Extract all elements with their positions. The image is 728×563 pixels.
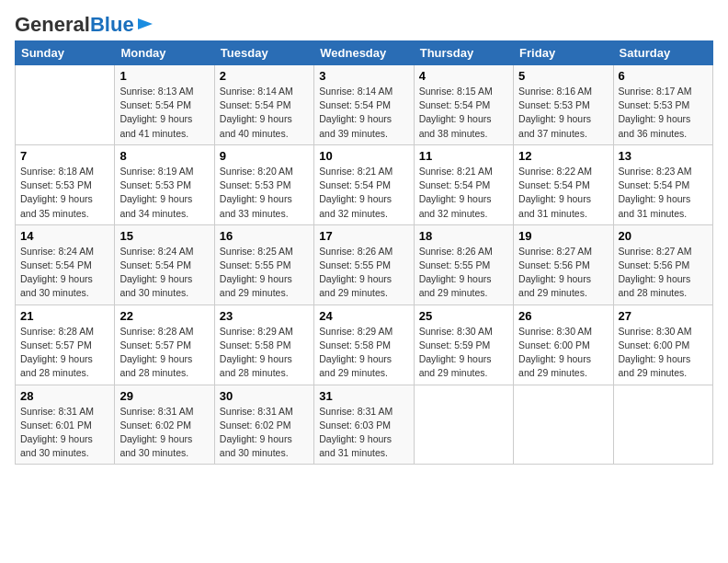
day-number: 17 bbox=[319, 229, 408, 243]
day-info: Sunrise: 8:26 AMSunset: 5:55 PMDaylight:… bbox=[419, 245, 508, 301]
day-number: 14 bbox=[20, 229, 109, 243]
day-info: Sunrise: 8:30 AMSunset: 5:59 PMDaylight:… bbox=[419, 325, 508, 381]
day-info: Sunrise: 8:24 AMSunset: 5:54 PMDaylight:… bbox=[20, 245, 109, 301]
calendar-cell: 27Sunrise: 8:30 AMSunset: 6:00 PMDayligh… bbox=[613, 304, 712, 385]
week-row-1: 1Sunrise: 8:13 AMSunset: 5:54 PMDaylight… bbox=[16, 65, 713, 145]
calendar-cell: 18Sunrise: 8:26 AMSunset: 5:55 PMDayligh… bbox=[414, 224, 513, 304]
day-number: 3 bbox=[319, 69, 408, 83]
calendar-cell: 6Sunrise: 8:17 AMSunset: 5:53 PMDaylight… bbox=[613, 65, 712, 145]
calendar-cell: 12Sunrise: 8:22 AMSunset: 5:54 PMDayligh… bbox=[514, 144, 613, 224]
weekday-header-saturday: Saturday bbox=[613, 41, 712, 65]
weekday-header-monday: Monday bbox=[115, 41, 214, 65]
day-number: 21 bbox=[20, 309, 109, 323]
calendar-cell: 28Sunrise: 8:31 AMSunset: 6:01 PMDayligh… bbox=[16, 385, 115, 465]
day-number: 27 bbox=[619, 309, 708, 323]
calendar-cell: 7Sunrise: 8:18 AMSunset: 5:53 PMDaylight… bbox=[16, 144, 115, 224]
day-number: 25 bbox=[419, 309, 508, 323]
day-info: Sunrise: 8:30 AMSunset: 6:00 PMDaylight:… bbox=[619, 325, 708, 381]
day-info: Sunrise: 8:28 AMSunset: 5:57 PMDaylight:… bbox=[20, 325, 109, 381]
calendar-cell: 21Sunrise: 8:28 AMSunset: 5:57 PMDayligh… bbox=[16, 304, 115, 385]
day-info: Sunrise: 8:25 AMSunset: 5:55 PMDaylight:… bbox=[220, 245, 309, 301]
day-number: 4 bbox=[419, 69, 508, 83]
calendar-cell: 3Sunrise: 8:14 AMSunset: 5:54 PMDaylight… bbox=[314, 65, 414, 145]
day-info: Sunrise: 8:18 AMSunset: 5:53 PMDaylight:… bbox=[20, 165, 109, 221]
calendar-cell: 22Sunrise: 8:28 AMSunset: 5:57 PMDayligh… bbox=[115, 304, 214, 385]
week-row-4: 21Sunrise: 8:28 AMSunset: 5:57 PMDayligh… bbox=[16, 304, 713, 385]
day-info: Sunrise: 8:22 AMSunset: 5:54 PMDaylight:… bbox=[518, 165, 608, 221]
svg-marker-0 bbox=[138, 18, 153, 29]
week-row-3: 14Sunrise: 8:24 AMSunset: 5:54 PMDayligh… bbox=[16, 224, 713, 304]
calendar-cell bbox=[613, 385, 712, 465]
calendar-table: SundayMondayTuesdayWednesdayThursdayFrid… bbox=[15, 40, 713, 465]
day-info: Sunrise: 8:17 AMSunset: 5:53 PMDaylight:… bbox=[619, 85, 708, 141]
calendar-cell: 29Sunrise: 8:31 AMSunset: 6:02 PMDayligh… bbox=[115, 385, 214, 465]
calendar-cell: 4Sunrise: 8:15 AMSunset: 5:54 PMDaylight… bbox=[414, 65, 513, 145]
day-number: 15 bbox=[119, 229, 209, 243]
week-row-2: 7Sunrise: 8:18 AMSunset: 5:53 PMDaylight… bbox=[16, 144, 713, 224]
day-info: Sunrise: 8:27 AMSunset: 5:56 PMDaylight:… bbox=[619, 245, 708, 301]
weekday-header-sunday: Sunday bbox=[16, 41, 115, 65]
calendar-cell: 31Sunrise: 8:31 AMSunset: 6:03 PMDayligh… bbox=[314, 385, 414, 465]
day-number: 10 bbox=[319, 149, 408, 163]
day-info: Sunrise: 8:31 AMSunset: 6:02 PMDaylight:… bbox=[220, 405, 309, 461]
logo-arrow-icon bbox=[136, 15, 154, 33]
day-info: Sunrise: 8:28 AMSunset: 5:57 PMDaylight:… bbox=[119, 325, 209, 381]
day-number: 22 bbox=[119, 309, 209, 323]
calendar-cell bbox=[514, 385, 613, 465]
weekday-header-friday: Friday bbox=[514, 41, 613, 65]
day-info: Sunrise: 8:29 AMSunset: 5:58 PMDaylight:… bbox=[220, 325, 309, 381]
day-info: Sunrise: 8:15 AMSunset: 5:54 PMDaylight:… bbox=[419, 85, 508, 141]
calendar-cell: 24Sunrise: 8:29 AMSunset: 5:58 PMDayligh… bbox=[314, 304, 414, 385]
day-info: Sunrise: 8:19 AMSunset: 5:53 PMDaylight:… bbox=[119, 165, 209, 221]
day-number: 9 bbox=[220, 149, 309, 163]
day-number: 18 bbox=[419, 229, 508, 243]
calendar-cell: 5Sunrise: 8:16 AMSunset: 5:53 PMDaylight… bbox=[514, 65, 613, 145]
calendar-cell: 13Sunrise: 8:23 AMSunset: 5:54 PMDayligh… bbox=[613, 144, 712, 224]
day-number: 11 bbox=[419, 149, 508, 163]
calendar-cell: 8Sunrise: 8:19 AMSunset: 5:53 PMDaylight… bbox=[115, 144, 214, 224]
day-number: 28 bbox=[20, 389, 109, 403]
day-number: 2 bbox=[220, 69, 309, 83]
day-number: 5 bbox=[518, 69, 608, 83]
calendar-cell: 11Sunrise: 8:21 AMSunset: 5:54 PMDayligh… bbox=[414, 144, 513, 224]
calendar-cell: 23Sunrise: 8:29 AMSunset: 5:58 PMDayligh… bbox=[214, 304, 313, 385]
day-info: Sunrise: 8:31 AMSunset: 6:02 PMDaylight:… bbox=[119, 405, 209, 461]
day-info: Sunrise: 8:27 AMSunset: 5:56 PMDaylight:… bbox=[518, 245, 608, 301]
calendar-cell: 26Sunrise: 8:30 AMSunset: 6:00 PMDayligh… bbox=[514, 304, 613, 385]
day-number: 16 bbox=[220, 229, 309, 243]
day-info: Sunrise: 8:30 AMSunset: 6:00 PMDaylight:… bbox=[518, 325, 608, 381]
day-info: Sunrise: 8:31 AMSunset: 6:03 PMDaylight:… bbox=[319, 405, 408, 461]
logo-text: GeneralBlue bbox=[15, 15, 134, 35]
day-number: 30 bbox=[220, 389, 309, 403]
calendar-cell: 20Sunrise: 8:27 AMSunset: 5:56 PMDayligh… bbox=[613, 224, 712, 304]
day-info: Sunrise: 8:29 AMSunset: 5:58 PMDaylight:… bbox=[319, 325, 408, 381]
weekday-header-tuesday: Tuesday bbox=[214, 41, 313, 65]
day-info: Sunrise: 8:13 AMSunset: 5:54 PMDaylight:… bbox=[119, 85, 209, 141]
day-number: 1 bbox=[119, 69, 209, 83]
calendar-cell: 9Sunrise: 8:20 AMSunset: 5:53 PMDaylight… bbox=[214, 144, 313, 224]
calendar-cell: 25Sunrise: 8:30 AMSunset: 5:59 PMDayligh… bbox=[414, 304, 513, 385]
calendar-cell: 14Sunrise: 8:24 AMSunset: 5:54 PMDayligh… bbox=[16, 224, 115, 304]
day-number: 26 bbox=[518, 309, 608, 323]
day-number: 6 bbox=[619, 69, 708, 83]
day-number: 12 bbox=[518, 149, 608, 163]
day-number: 13 bbox=[619, 149, 708, 163]
day-info: Sunrise: 8:31 AMSunset: 6:01 PMDaylight:… bbox=[20, 405, 109, 461]
day-info: Sunrise: 8:14 AMSunset: 5:54 PMDaylight:… bbox=[220, 85, 309, 141]
day-number: 20 bbox=[619, 229, 708, 243]
calendar-cell: 10Sunrise: 8:21 AMSunset: 5:54 PMDayligh… bbox=[314, 144, 414, 224]
day-number: 19 bbox=[518, 229, 608, 243]
weekday-header-thursday: Thursday bbox=[414, 41, 513, 65]
weekday-header-wednesday: Wednesday bbox=[314, 41, 414, 65]
day-info: Sunrise: 8:21 AMSunset: 5:54 PMDaylight:… bbox=[419, 165, 508, 221]
day-number: 7 bbox=[20, 149, 109, 163]
logo: GeneralBlue bbox=[15, 15, 154, 35]
day-info: Sunrise: 8:14 AMSunset: 5:54 PMDaylight:… bbox=[319, 85, 408, 141]
day-number: 31 bbox=[319, 389, 408, 403]
day-number: 29 bbox=[119, 389, 209, 403]
calendar-cell: 19Sunrise: 8:27 AMSunset: 5:56 PMDayligh… bbox=[514, 224, 613, 304]
day-info: Sunrise: 8:21 AMSunset: 5:54 PMDaylight:… bbox=[319, 165, 408, 221]
day-info: Sunrise: 8:16 AMSunset: 5:53 PMDaylight:… bbox=[518, 85, 608, 141]
calendar-cell: 2Sunrise: 8:14 AMSunset: 5:54 PMDaylight… bbox=[214, 65, 313, 145]
calendar-cell: 30Sunrise: 8:31 AMSunset: 6:02 PMDayligh… bbox=[214, 385, 313, 465]
